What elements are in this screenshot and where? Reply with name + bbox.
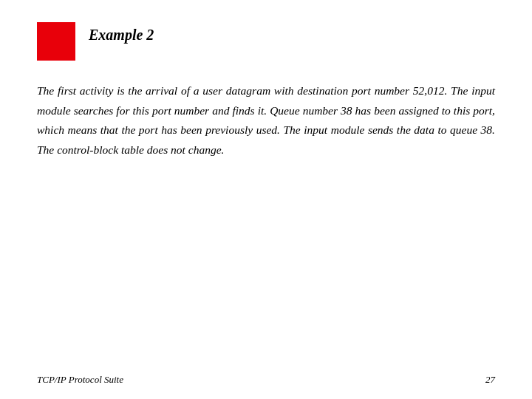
footer-page-number: 27	[485, 374, 495, 386]
slide-footer: TCP/IP Protocol Suite 27	[37, 374, 495, 386]
main-paragraph: The first activity is the arrival of a u…	[37, 81, 495, 160]
footer-title: TCP/IP Protocol Suite	[37, 374, 123, 386]
red-square-decoration	[37, 22, 75, 61]
slide-container: Example 2 The first activity is the arri…	[0, 0, 532, 399]
example-label: Example 2	[89, 22, 154, 44]
header-area: Example 2	[37, 22, 495, 61]
